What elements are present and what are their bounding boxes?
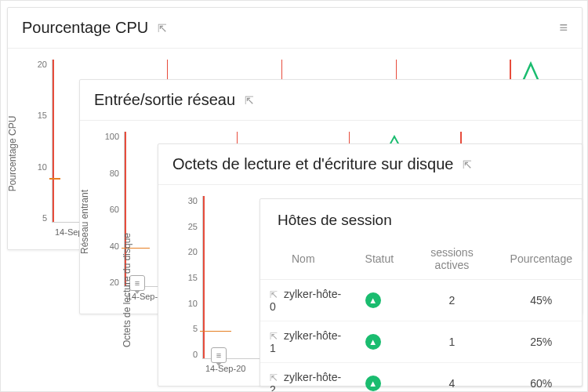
external-link-icon[interactable]: ⇱ (158, 22, 167, 34)
table-row[interactable]: ⇱zylker-hôte-0 ▲ 2 45% (260, 280, 582, 321)
host-sessions: 2 (403, 280, 500, 321)
panel-disk-title: Octets de lecture et d'écriture sur disq… (172, 155, 453, 173)
panel-network-title: Entrée/sortie réseau (94, 91, 235, 109)
network-ylabel: Réseau entrant (79, 190, 90, 254)
panel-network-header: Entrée/sortie réseau ⇱ (80, 80, 582, 121)
col-status: Statut (356, 238, 404, 280)
external-link-icon[interactable]: ⇱ (270, 289, 278, 300)
cpu-yticks: 2015105 (30, 60, 47, 223)
panel-hosts: Hôtes de session Nom Statut sessions act… (260, 198, 583, 387)
panel-cpu-title: Pourcentage CPU (22, 19, 148, 37)
grid-line (53, 60, 54, 222)
external-link-icon[interactable]: ⇱ (245, 94, 254, 107)
menu-icon[interactable]: ≡ (559, 20, 568, 36)
table-row[interactable]: ⇱zylker-hôte-2 ▲ 4 60% (260, 363, 582, 393)
disk-yticks: 302520151050 (180, 196, 198, 359)
tooltip-icon[interactable]: ≡ (211, 347, 227, 363)
disk-ylabel: Octets de lecture du disque (122, 233, 132, 347)
host-name: zylker-hôte-0 (270, 288, 341, 313)
host-name: zylker-hôte-1 (270, 329, 341, 354)
hosts-title: Hôtes de session (260, 199, 582, 238)
status-up-icon: ▲ (365, 376, 381, 391)
status-up-icon: ▲ (365, 334, 381, 350)
col-sessions: sessions actives (403, 238, 500, 280)
status-up-icon: ▲ (365, 292, 381, 308)
table-row[interactable]: ⇱zylker-hôte-1 ▲ 1 25% (260, 321, 582, 363)
external-link-icon[interactable]: ⇱ (270, 331, 278, 342)
external-link-icon[interactable]: ⇱ (463, 158, 472, 171)
disk-marker-line (200, 331, 231, 332)
col-pct: Pourcentage (501, 238, 582, 280)
host-pct: 25% (501, 321, 582, 363)
hosts-table: Nom Statut sessions actives Pourcentage … (260, 238, 582, 392)
cpu-ylabel: Pourcentage CPU (7, 116, 18, 192)
external-link-icon[interactable]: ⇱ (270, 372, 278, 383)
panel-disk-header: Octets de lecture et d'écriture sur disq… (158, 144, 582, 185)
network-yticks: 10080604020 (102, 132, 119, 287)
host-pct: 45% (501, 280, 582, 321)
host-pct: 60% (501, 363, 582, 393)
col-name: Nom (260, 238, 356, 280)
host-name: zylker-hôte-2 (270, 371, 341, 392)
panel-cpu-header: Pourcentage CPU ⇱ ≡ (8, 8, 582, 49)
disk-xstart: 14-Sep-20 (205, 364, 245, 373)
cpu-marker-line (49, 178, 60, 180)
host-sessions: 1 (403, 321, 500, 363)
host-sessions: 4 (403, 363, 500, 393)
grid-line (203, 196, 205, 358)
